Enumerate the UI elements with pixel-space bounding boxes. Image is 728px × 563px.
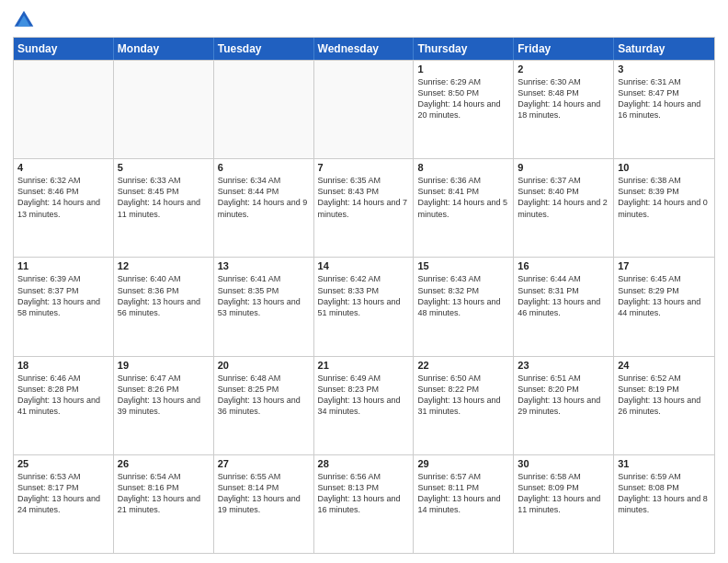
day-number: 21: [318, 360, 410, 371]
header-cell-saturday: Saturday: [614, 38, 714, 60]
day-number: 25: [17, 458, 109, 469]
day-info: Sunrise: 6:38 AM Sunset: 8:39 PM Dayligh…: [618, 175, 711, 220]
cal-cell: 17Sunrise: 6:45 AM Sunset: 8:29 PM Dayli…: [614, 258, 714, 355]
cal-cell: 29Sunrise: 6:57 AM Sunset: 8:11 PM Dayli…: [414, 455, 514, 553]
cal-cell: 11Sunrise: 6:39 AM Sunset: 8:37 PM Dayli…: [14, 258, 114, 355]
cal-row-1: 4Sunrise: 6:32 AM Sunset: 8:46 PM Daylig…: [14, 158, 714, 257]
cal-row-4: 25Sunrise: 6:53 AM Sunset: 8:17 PM Dayli…: [14, 454, 714, 553]
day-number: 23: [518, 360, 609, 371]
day-number: 10: [618, 162, 711, 173]
day-info: Sunrise: 6:49 AM Sunset: 8:23 PM Dayligh…: [318, 373, 410, 418]
cal-cell: 24Sunrise: 6:52 AM Sunset: 8:19 PM Dayli…: [614, 357, 714, 454]
header: [13, 9, 715, 31]
logo-icon: [13, 9, 35, 31]
cal-cell: 13Sunrise: 6:41 AM Sunset: 8:35 PM Dayli…: [214, 258, 314, 355]
day-number: 1: [417, 63, 509, 75]
day-number: 9: [518, 162, 609, 173]
day-info: Sunrise: 6:39 AM Sunset: 8:37 PM Dayligh…: [17, 273, 109, 318]
cal-cell: 30Sunrise: 6:58 AM Sunset: 8:09 PM Dayli…: [514, 455, 614, 553]
cal-cell: 5Sunrise: 6:33 AM Sunset: 8:45 PM Daylig…: [114, 159, 214, 257]
day-info: Sunrise: 6:54 AM Sunset: 8:16 PM Dayligh…: [118, 471, 210, 516]
cal-cell: 8Sunrise: 6:36 AM Sunset: 8:41 PM Daylig…: [414, 159, 514, 257]
day-info: Sunrise: 6:56 AM Sunset: 8:13 PM Dayligh…: [318, 471, 410, 516]
day-info: Sunrise: 6:35 AM Sunset: 8:43 PM Dayligh…: [318, 175, 410, 220]
cal-cell: 6Sunrise: 6:34 AM Sunset: 8:44 PM Daylig…: [214, 159, 314, 257]
day-number: 6: [218, 162, 310, 173]
cal-cell: 19Sunrise: 6:47 AM Sunset: 8:26 PM Dayli…: [114, 357, 214, 454]
day-info: Sunrise: 6:29 AM Sunset: 8:50 PM Dayligh…: [417, 76, 509, 121]
cal-cell: 4Sunrise: 6:32 AM Sunset: 8:46 PM Daylig…: [14, 159, 114, 257]
day-number: 28: [318, 458, 410, 469]
cal-cell: 12Sunrise: 6:40 AM Sunset: 8:36 PM Dayli…: [114, 258, 214, 355]
cal-cell: 26Sunrise: 6:54 AM Sunset: 8:16 PM Dayli…: [114, 455, 214, 553]
day-info: Sunrise: 6:36 AM Sunset: 8:41 PM Dayligh…: [417, 175, 509, 220]
day-info: Sunrise: 6:42 AM Sunset: 8:33 PM Dayligh…: [318, 273, 410, 318]
day-number: 16: [518, 260, 609, 271]
cal-cell: 9Sunrise: 6:37 AM Sunset: 8:40 PM Daylig…: [514, 159, 614, 257]
cal-cell: 1Sunrise: 6:29 AM Sunset: 8:50 PM Daylig…: [414, 61, 514, 158]
day-info: Sunrise: 6:53 AM Sunset: 8:17 PM Dayligh…: [17, 471, 109, 516]
cal-row-0: 1Sunrise: 6:29 AM Sunset: 8:50 PM Daylig…: [14, 60, 714, 158]
cal-cell: 18Sunrise: 6:46 AM Sunset: 8:28 PM Dayli…: [14, 357, 114, 454]
cal-cell: 14Sunrise: 6:42 AM Sunset: 8:33 PM Dayli…: [314, 258, 415, 355]
day-info: Sunrise: 6:57 AM Sunset: 8:11 PM Dayligh…: [417, 471, 509, 516]
day-info: Sunrise: 6:48 AM Sunset: 8:25 PM Dayligh…: [218, 373, 310, 418]
header-cell-monday: Monday: [114, 38, 214, 60]
page: SundayMondayTuesdayWednesdayThursdayFrid…: [0, 0, 728, 563]
day-info: Sunrise: 6:51 AM Sunset: 8:20 PM Dayligh…: [518, 373, 609, 418]
day-number: 2: [518, 63, 609, 75]
day-info: Sunrise: 6:32 AM Sunset: 8:46 PM Dayligh…: [17, 175, 109, 220]
day-number: 15: [417, 260, 509, 271]
day-number: 29: [417, 458, 509, 469]
day-number: 31: [618, 458, 711, 469]
cal-cell: 23Sunrise: 6:51 AM Sunset: 8:20 PM Dayli…: [514, 357, 614, 454]
cal-cell: 22Sunrise: 6:50 AM Sunset: 8:22 PM Dayli…: [414, 357, 514, 454]
cal-cell: 15Sunrise: 6:43 AM Sunset: 8:32 PM Dayli…: [414, 258, 514, 355]
day-number: 18: [17, 360, 109, 371]
day-info: Sunrise: 6:31 AM Sunset: 8:47 PM Dayligh…: [618, 76, 711, 121]
day-info: Sunrise: 6:59 AM Sunset: 8:08 PM Dayligh…: [618, 471, 711, 516]
calendar-header: SundayMondayTuesdayWednesdayThursdayFrid…: [14, 38, 714, 60]
header-cell-friday: Friday: [514, 38, 614, 60]
day-number: 11: [17, 260, 109, 271]
cal-row-3: 18Sunrise: 6:46 AM Sunset: 8:28 PM Dayli…: [14, 356, 714, 454]
calendar: SundayMondayTuesdayWednesdayThursdayFrid…: [13, 37, 715, 554]
cal-cell: 2Sunrise: 6:30 AM Sunset: 8:48 PM Daylig…: [514, 61, 614, 158]
cal-cell: 20Sunrise: 6:48 AM Sunset: 8:25 PM Dayli…: [214, 357, 314, 454]
day-info: Sunrise: 6:46 AM Sunset: 8:28 PM Dayligh…: [17, 373, 109, 418]
header-cell-wednesday: Wednesday: [314, 38, 415, 60]
cal-cell: [314, 61, 415, 158]
day-info: Sunrise: 6:45 AM Sunset: 8:29 PM Dayligh…: [618, 273, 711, 318]
cal-cell: 10Sunrise: 6:38 AM Sunset: 8:39 PM Dayli…: [614, 159, 714, 257]
day-number: 7: [318, 162, 410, 173]
day-info: Sunrise: 6:55 AM Sunset: 8:14 PM Dayligh…: [218, 471, 310, 516]
day-number: 27: [218, 458, 310, 469]
logo: [13, 9, 39, 31]
day-number: 19: [118, 360, 210, 371]
cal-cell: [214, 61, 314, 158]
cal-cell: 21Sunrise: 6:49 AM Sunset: 8:23 PM Dayli…: [314, 357, 415, 454]
calendar-body: 1Sunrise: 6:29 AM Sunset: 8:50 PM Daylig…: [14, 60, 714, 553]
header-cell-sunday: Sunday: [14, 38, 114, 60]
day-number: 12: [118, 260, 210, 271]
cal-row-2: 11Sunrise: 6:39 AM Sunset: 8:37 PM Dayli…: [14, 257, 714, 355]
cal-cell: 25Sunrise: 6:53 AM Sunset: 8:17 PM Dayli…: [14, 455, 114, 553]
cal-cell: 28Sunrise: 6:56 AM Sunset: 8:13 PM Dayli…: [314, 455, 415, 553]
day-number: 20: [218, 360, 310, 371]
day-number: 13: [218, 260, 310, 271]
day-number: 5: [118, 162, 210, 173]
header-cell-thursday: Thursday: [414, 38, 514, 60]
day-info: Sunrise: 6:30 AM Sunset: 8:48 PM Dayligh…: [518, 76, 609, 121]
day-info: Sunrise: 6:41 AM Sunset: 8:35 PM Dayligh…: [218, 273, 310, 318]
cal-cell: 31Sunrise: 6:59 AM Sunset: 8:08 PM Dayli…: [614, 455, 714, 553]
day-info: Sunrise: 6:43 AM Sunset: 8:32 PM Dayligh…: [417, 273, 509, 318]
day-info: Sunrise: 6:52 AM Sunset: 8:19 PM Dayligh…: [618, 373, 711, 418]
day-info: Sunrise: 6:34 AM Sunset: 8:44 PM Dayligh…: [218, 175, 310, 220]
day-number: 24: [618, 360, 711, 371]
day-number: 22: [417, 360, 509, 371]
cal-cell: 7Sunrise: 6:35 AM Sunset: 8:43 PM Daylig…: [314, 159, 415, 257]
day-info: Sunrise: 6:50 AM Sunset: 8:22 PM Dayligh…: [417, 373, 509, 418]
day-info: Sunrise: 6:47 AM Sunset: 8:26 PM Dayligh…: [118, 373, 210, 418]
day-info: Sunrise: 6:33 AM Sunset: 8:45 PM Dayligh…: [118, 175, 210, 220]
cal-cell: 16Sunrise: 6:44 AM Sunset: 8:31 PM Dayli…: [514, 258, 614, 355]
